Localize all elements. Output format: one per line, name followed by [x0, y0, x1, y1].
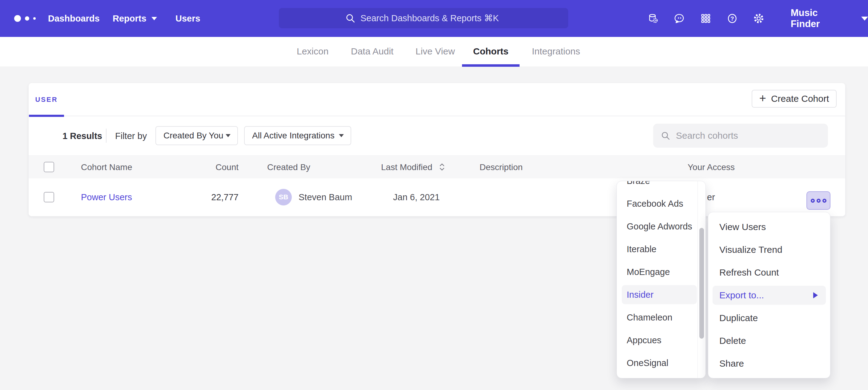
active-tab-underline	[462, 64, 520, 67]
integrations-filter-value: All Active Integrations	[252, 131, 335, 140]
chevron-down-icon	[339, 134, 344, 137]
cohort-name-link[interactable]: Power Users	[81, 178, 132, 216]
tab-cohorts-label: Cohorts	[473, 46, 508, 56]
more-options-icon	[816, 199, 820, 203]
menu-item-visualize-trend[interactable]: Visualize Trend	[708, 238, 830, 261]
menu-item-onesignal[interactable]: OneSignal	[617, 352, 698, 374]
nav-reports-label: Reports	[113, 0, 147, 37]
active-tab-underline	[29, 115, 64, 117]
table-header-row: Cohort Name Count Created By Last Modifi…	[29, 155, 845, 178]
project-switcher[interactable]: Music Finder	[791, 7, 838, 30]
tab-cohorts[interactable]: Cohorts	[462, 37, 520, 67]
mixpanel-logo[interactable]	[14, 0, 36, 37]
menu-item-view-users[interactable]: View Users	[708, 216, 830, 238]
menu-item-share[interactable]: Share	[708, 352, 830, 375]
created-by-name: Steven Baum	[299, 178, 352, 216]
topbar-right-controls: ? Music Finder	[648, 0, 868, 37]
menu-item-duplicate[interactable]: Duplicate	[708, 307, 830, 329]
nav-dashboards[interactable]: Dashboards	[48, 0, 100, 37]
menu-item-refresh-count[interactable]: Refresh Count	[708, 261, 830, 284]
menu-item-braze[interactable]: Braze	[617, 181, 698, 192]
menu-item-chameleon[interactable]: Chameleon	[617, 306, 698, 329]
cohort-count: 22,777	[176, 178, 239, 216]
divider	[106, 129, 106, 143]
column-header-created-by[interactable]: Created By	[267, 156, 310, 179]
more-options-icon	[811, 199, 815, 203]
chevron-down-icon	[226, 134, 230, 137]
row-actions-button[interactable]	[806, 191, 831, 210]
svg-text:?: ?	[731, 15, 734, 22]
tab-live-view[interactable]: Live View	[415, 37, 455, 67]
apps-grid-icon[interactable]	[700, 12, 711, 25]
tab-lexicon[interactable]: Lexicon	[297, 37, 329, 67]
submenu-scrollbar-track[interactable]	[698, 181, 706, 378]
column-header-last-modified-label: Last Modified	[381, 162, 432, 172]
settings-gear-icon[interactable]	[753, 12, 764, 25]
create-cohort-label: Create Cohort	[771, 94, 829, 104]
column-header-description[interactable]: Description	[479, 156, 523, 179]
nav-reports[interactable]: Reports	[113, 0, 157, 37]
filter-by-label: Filter by	[115, 131, 147, 141]
logo-dot-icon	[14, 15, 21, 22]
nav-dashboards-label: Dashboards	[48, 0, 100, 37]
global-search-bar[interactable]	[279, 8, 568, 28]
chevron-down-icon	[151, 17, 157, 20]
search-icon	[345, 13, 355, 23]
menu-item-facebook-ads[interactable]: Facebook Ads	[617, 192, 698, 215]
select-all-checkbox[interactable]	[44, 162, 54, 172]
created-by-filter-value: Created By You	[163, 131, 223, 140]
row-checkbox[interactable]	[44, 192, 54, 202]
avatar: SB	[275, 189, 292, 205]
more-options-icon	[823, 199, 827, 203]
cohort-search-bar[interactable]	[653, 124, 828, 148]
column-header-cohort-name[interactable]: Cohort Name	[81, 156, 132, 179]
feedback-icon[interactable]	[674, 12, 685, 25]
data-settings-icon[interactable]	[648, 12, 659, 25]
table-row: Power Users 22,777 SB Steven Baum Jan 6,…	[29, 178, 845, 216]
tab-user-label: USER	[35, 96, 58, 103]
cohort-type-tabs: USER	[29, 83, 845, 116]
export-to-submenu-list: Braze Facebook Ads Google Adwords Iterab…	[617, 181, 706, 374]
submenu-scrollbar-thumb[interactable]	[699, 228, 704, 338]
results-count: 1 Results	[62, 131, 102, 141]
search-icon	[660, 131, 671, 140]
last-modified-date: Jan 6, 2021	[393, 178, 440, 216]
tab-integrations[interactable]: Integrations	[532, 37, 580, 67]
plus-icon: +	[760, 92, 766, 104]
logo-dot-icon	[25, 16, 29, 21]
export-to-submenu: Braze Facebook Ads Google Adwords Iterab…	[617, 181, 706, 378]
global-search-input[interactable]	[361, 13, 502, 23]
submenu-arrow-icon	[813, 292, 818, 298]
menu-item-appcues[interactable]: Appcues	[617, 329, 698, 352]
menu-item-export-to-label: Export to...	[719, 290, 764, 300]
nav-users-label: Users	[176, 0, 200, 37]
tab-user-cohorts[interactable]: USER	[29, 83, 64, 116]
logo-dot-icon	[33, 17, 36, 20]
column-header-your-access[interactable]: Your Access	[688, 156, 735, 179]
your-access-value-partially-hidden: er	[707, 178, 715, 216]
menu-item-moengage[interactable]: MoEngage	[617, 261, 698, 283]
column-header-last-modified[interactable]: Last Modified	[381, 156, 445, 179]
menu-item-insider[interactable]: Insider	[622, 285, 697, 304]
menu-item-iterable[interactable]: Iterable	[617, 238, 698, 261]
nav-users[interactable]: Users	[176, 0, 200, 37]
create-cohort-button[interactable]: + Create Cohort	[752, 90, 837, 108]
cohort-search-input[interactable]	[676, 130, 811, 141]
tab-data-audit[interactable]: Data Audit	[351, 37, 393, 67]
row-actions-menu: View Users Visualize Trend Refresh Count…	[708, 212, 831, 378]
menu-item-export-to[interactable]: Export to...	[713, 286, 826, 305]
top-navigation-bar: Dashboards Reports Users	[0, 0, 868, 37]
section-tabs-bar: Lexicon Data Audit Live View Cohorts Int…	[0, 37, 868, 67]
integrations-filter-dropdown[interactable]: All Active Integrations	[244, 126, 351, 145]
menu-item-google-adwords[interactable]: Google Adwords	[617, 215, 698, 238]
menu-item-delete[interactable]: Delete	[708, 329, 830, 352]
sort-icon[interactable]	[439, 162, 445, 172]
help-icon[interactable]: ?	[727, 12, 738, 25]
cohorts-panel: USER + Create Cohort 1 Results Filter by…	[29, 83, 845, 216]
chevron-down-icon[interactable]	[861, 17, 868, 21]
created-by-filter-dropdown[interactable]: Created By You	[155, 126, 238, 145]
column-header-count[interactable]: Count	[176, 156, 239, 179]
